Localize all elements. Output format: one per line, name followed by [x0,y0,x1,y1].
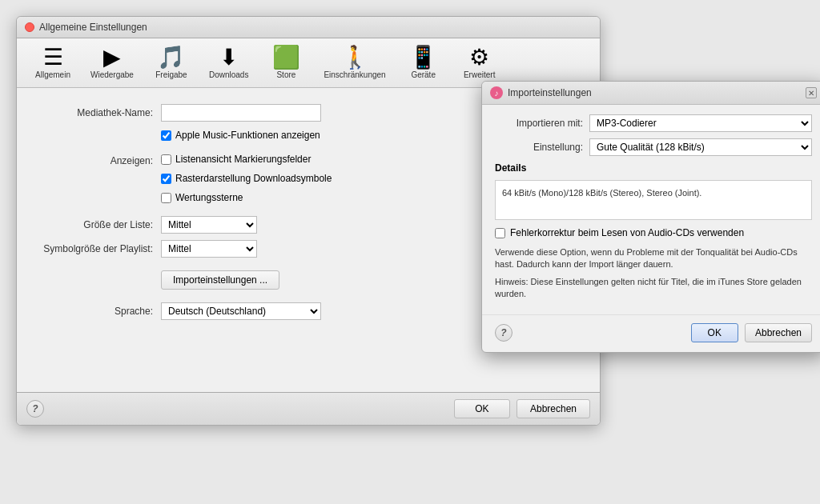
geraete-label: Geräte [411,70,436,79]
main-bottom-buttons: OK Abbrechen [454,399,590,418]
details-box: 64 kBit/s (Mono)/128 kBit/s (Stereo), St… [495,180,812,220]
groesse-select[interactable]: Mittel Klein Groß [161,216,257,234]
toolbar-erweitert[interactable]: ⚙ Erweitert [452,43,508,82]
fehlerkorrektur-row: Fehlerkorrektur beim Lesen von Audio-CDs… [495,226,812,240]
listenansicht-label: Listenansicht Markierungsfelder [175,154,311,165]
rasterdarstellung-checkbox[interactable] [161,174,171,184]
toolbar-einschraenkungen[interactable]: 🚶 Einschränkungen [314,43,395,82]
main-help-button[interactable]: ? [26,400,44,418]
dialog-help-button[interactable]: ? [495,324,512,342]
einstellung-label: Einstellung: [495,142,583,153]
erweitert-label: Erweitert [464,70,495,79]
titlebar-controls: Allgemeine Einstellungen [25,22,147,33]
main-ok-button[interactable]: OK [454,399,510,418]
einstellung-select[interactable]: Gute Qualität (128 kBit/s) Hohe Qualität… [589,138,812,156]
symbolgroesse-label: Symbolgröße der Playlist: [41,243,153,254]
symbolgroesse-select[interactable]: Mittel Klein Groß [161,240,257,258]
store-icon: 🟩 [272,46,300,69]
importieren-mit-row: Importieren mit: MP3-Codierer AAC-Codier… [495,114,812,132]
fehlerkorrektur-checkbox[interactable] [495,228,505,238]
wertungssterne-label: Wertungssterne [175,192,243,203]
toolbar-wiedergabe[interactable]: ▶ Wiedergabe [81,43,143,82]
sprache-select[interactable]: Deutsch (Deutschland) [161,302,321,320]
sprache-label: Sprache: [41,306,153,317]
import-settings-button[interactable]: Importeinstellungen ... [161,270,279,290]
details-section: Details 64 kBit/s (Mono)/128 kBit/s (Ste… [495,162,812,220]
toolbar-freigabe[interactable]: 🎵 Freigabe [143,43,199,82]
toolbar-geraete[interactable]: 📱 Geräte [396,43,452,82]
dialog-close-button[interactable]: ✕ [806,87,817,98]
toolbar-downloads[interactable]: ⬇ Downloads [199,43,258,82]
main-window-title: Allgemeine Einstellungen [39,22,147,33]
details-label: Details [495,162,812,174]
main-bottom-bar: ? OK Abbrechen [17,392,600,425]
dialog-title-left: ♪ Importeinstellungen [490,86,592,99]
dialog-bottom: ? OK Abbrechen [482,314,820,352]
mediathek-label: Mediathek-Name: [41,107,153,118]
einstellung-row: Einstellung: Gute Qualität (128 kBit/s) … [495,138,812,156]
details-text: 64 kBit/s (Mono)/128 kBit/s (Stereo), St… [502,188,701,198]
dialog-titlebar: ♪ Importeinstellungen ✕ [482,82,820,105]
dialog-content: Importieren mit: MP3-Codierer AAC-Codier… [482,105,820,314]
info-text-1: Verwende diese Option, wenn du Probleme … [495,246,812,271]
listenansicht-checkbox[interactable] [161,154,171,165]
groesse-label: Größe der Liste: [41,219,153,230]
fehlerkorrektur-label: Fehlerkorrektur beim Lesen von Audio-CDs… [510,226,744,240]
dialog-title: Importeinstellungen [508,87,592,98]
freigabe-label: Freigabe [155,70,187,79]
wiedergabe-icon: ▶ [103,46,121,69]
wertungssterne-row: Wertungssterne [161,192,332,203]
apple-music-label: Apple Music-Funktionen anzeigen [175,130,320,141]
main-abbrechen-button[interactable]: Abbrechen [517,399,590,418]
toolbar-allgemein[interactable]: ☰ Allgemein [25,43,81,82]
downloads-icon: ⬇ [219,46,238,69]
dialog-abbrechen-button[interactable]: Abbrechen [745,323,812,342]
dialog-bottom-buttons: OK Abbrechen [691,323,812,342]
importieren-mit-label: Importieren mit: [495,118,583,129]
toolbar-store[interactable]: 🟩 Store [258,43,314,82]
listenansicht-row: Listenansicht Markierungsfelder [161,154,332,165]
downloads-label: Downloads [209,70,248,79]
erweitert-icon: ⚙ [469,46,489,69]
anzeigen-options: Listenansicht Markierungsfelder Rasterda… [161,154,332,208]
wiedergabe-label: Wiedergabe [90,70,134,79]
geraete-icon: 📱 [409,46,437,69]
apple-music-checkbox[interactable] [161,130,171,141]
import-dialog: ♪ Importeinstellungen ✕ Importieren mit:… [481,81,820,353]
main-titlebar: Allgemeine Einstellungen [17,17,600,38]
rasterdarstellung-label: Rasterdarstellung Downloadsymbole [175,173,332,184]
allgemein-icon: ☰ [43,46,63,69]
einschraenkungen-icon: 🚶 [341,46,369,69]
dialog-ok-button[interactable]: OK [691,323,738,342]
itunes-icon: ♪ [490,86,503,99]
mediathek-input[interactable] [161,104,321,122]
close-button[interactable] [25,22,34,32]
importieren-mit-select[interactable]: MP3-Codierer AAC-Codierer Apple Lossless… [589,114,812,132]
freigabe-icon: 🎵 [157,46,185,69]
anzeigen-label: Anzeigen: [41,154,153,166]
store-label: Store [276,70,295,79]
rasterdarstellung-row: Rasterdarstellung Downloadsymbole [161,173,332,184]
info-text-2: Hinweis: Diese Einstellungen gelten nich… [495,276,812,301]
allgemein-label: Allgemein [35,70,70,79]
main-settings-window: Allgemeine Einstellungen ☰ Allgemein ▶ W… [16,16,601,426]
einschraenkungen-label: Einschränkungen [324,70,385,79]
wertungssterne-checkbox[interactable] [161,193,171,203]
